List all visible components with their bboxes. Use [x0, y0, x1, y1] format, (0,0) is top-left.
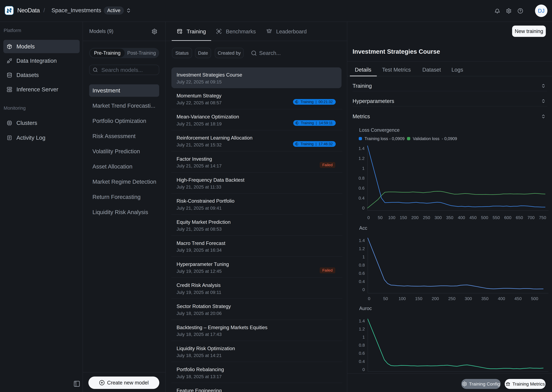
svg-text:1.4: 1.4 — [359, 319, 365, 323]
svg-text:1.2: 1.2 — [359, 327, 365, 331]
svg-text:50: 50 — [378, 215, 383, 220]
svg-text:450: 450 — [514, 296, 522, 301]
svg-text:400: 400 — [458, 215, 465, 220]
svg-text:1: 1 — [362, 166, 364, 171]
svg-text:200: 200 — [432, 296, 439, 301]
svg-text:150: 150 — [415, 296, 422, 301]
svg-text:150: 150 — [400, 215, 407, 220]
svg-text:250: 250 — [448, 296, 455, 301]
svg-text:450: 450 — [469, 215, 477, 220]
svg-text:0: 0 — [367, 215, 370, 220]
svg-text:600: 600 — [504, 215, 511, 220]
svg-text:1.4: 1.4 — [359, 146, 364, 151]
svg-text:0.6: 0.6 — [359, 351, 365, 356]
svg-text:0.4: 0.4 — [359, 196, 364, 201]
svg-text:0.6: 0.6 — [359, 271, 365, 276]
svg-text:500: 500 — [531, 296, 538, 301]
svg-text:0.6: 0.6 — [359, 186, 364, 190]
svg-text:350: 350 — [446, 215, 453, 220]
svg-text:350: 350 — [481, 296, 488, 301]
svg-text:0: 0 — [362, 206, 364, 210]
svg-text:1.2: 1.2 — [359, 156, 364, 161]
svg-text:0.8: 0.8 — [359, 343, 365, 348]
svg-text:1: 1 — [362, 335, 365, 340]
svg-text:0.8: 0.8 — [359, 263, 365, 267]
svg-text:1: 1 — [362, 254, 365, 259]
svg-text:0.8: 0.8 — [359, 176, 364, 181]
svg-text:300: 300 — [465, 296, 472, 301]
svg-text:0: 0 — [362, 287, 365, 292]
svg-text:700: 700 — [527, 215, 535, 220]
svg-text:750: 750 — [539, 215, 546, 220]
svg-text:1.2: 1.2 — [359, 246, 365, 251]
svg-text:550: 550 — [493, 215, 500, 220]
svg-text:200: 200 — [411, 215, 418, 220]
svg-text:100: 100 — [399, 296, 406, 301]
svg-text:0: 0 — [368, 296, 370, 301]
svg-text:300: 300 — [435, 215, 442, 220]
svg-text:0: 0 — [362, 367, 365, 372]
svg-text:0.4: 0.4 — [359, 359, 365, 364]
svg-text:50: 50 — [383, 296, 388, 301]
svg-text:400: 400 — [498, 296, 505, 301]
svg-text:100: 100 — [388, 215, 395, 220]
svg-text:0.4: 0.4 — [359, 279, 365, 284]
svg-text:250: 250 — [423, 215, 430, 220]
svg-text:1.4: 1.4 — [359, 238, 365, 243]
svg-text:650: 650 — [516, 215, 523, 220]
svg-text:500: 500 — [481, 215, 488, 220]
